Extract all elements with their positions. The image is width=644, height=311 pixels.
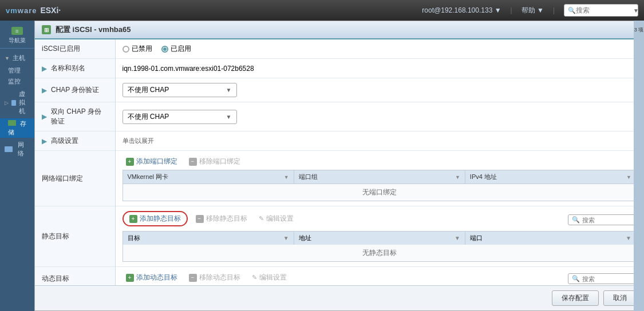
- remove-port-button[interactable]: − 移除端口绑定: [185, 156, 244, 168]
- static-targets-row: 静态目标 + 添加静态目标: [35, 206, 643, 267]
- save-config-button[interactable]: 保存配置: [552, 290, 599, 306]
- remove-port-label: 移除端口绑定: [199, 157, 240, 166]
- dialog-content[interactable]: iSCSI已启用 已禁用 已启用: [35, 39, 643, 285]
- advanced-arrow-icon[interactable]: ▶: [42, 137, 47, 145]
- remove-port-icon: −: [189, 158, 197, 166]
- vmkernel-col-label: VMkernel 网卡: [128, 173, 169, 181]
- header-search-input[interactable]: [576, 6, 633, 14]
- user-menu[interactable]: root@192.168.100.133 ▼: [422, 6, 501, 14]
- dynamic-targets-value-cell: + 添加动态目标 − 移除动态目标 ✎ 编辑设置: [115, 267, 643, 286]
- remove-dynamic-label: 移除动态目标: [199, 273, 240, 282]
- host-arrow-icon: ▼: [5, 55, 10, 61]
- bidi-chap-dropdown-arrow-icon: ▼: [226, 114, 232, 120]
- port-sort-icon: ▼: [626, 235, 631, 241]
- address-sort-icon: ▼: [455, 235, 460, 241]
- remove-dynamic-button[interactable]: − 移除动态目标: [185, 272, 244, 284]
- ipv4-col-label: IPv4 地址: [470, 173, 497, 181]
- network-binding-actions: + 添加端口绑定 − 移除端口绑定: [123, 156, 637, 168]
- bidi-chap-arrow-icon[interactable]: ▶: [42, 113, 47, 121]
- header-right: root@192.168.100.133 ▼ | 帮助 ▼ | 🔍 ▼: [422, 4, 638, 17]
- network-binding-row: 网络端口绑定 + 添加端口绑定 − 移除端口绑定: [35, 151, 643, 206]
- sidebar-item-manage[interactable]: 管理: [0, 65, 34, 76]
- network-label: 网络: [18, 141, 30, 158]
- add-dynamic-button[interactable]: + 添加动态目标: [123, 272, 181, 284]
- dialog-title-text: 配置 iSCSI - vmhba65: [56, 25, 131, 35]
- name-alias-value-cell: iqn.1998-01.com.vmware:esxi01-072b6528: [115, 59, 643, 78]
- help-menu[interactable]: 帮助 ▼: [521, 6, 544, 15]
- static-targets-value-cell: + 添加静态目标 − 移除静态目标 ✎: [115, 206, 643, 267]
- right-panel: 3 项: [634, 21, 644, 311]
- bidi-chap-select[interactable]: 不使用 CHAP ▼: [123, 110, 237, 124]
- chap-label-wrap: ▶ CHAP 身份验证: [42, 85, 108, 95]
- remove-static-icon: −: [196, 215, 204, 223]
- remove-static-button[interactable]: − 移除静态目标: [192, 213, 251, 225]
- dynamic-targets-label: 动态目标: [42, 274, 69, 282]
- static-search-box[interactable]: 🔍: [568, 214, 637, 225]
- sidebar-item-virtual[interactable]: ▷ 虚拟机: [0, 87, 34, 118]
- vm-text: vm: [6, 6, 18, 15]
- header-divider2: |: [553, 6, 555, 14]
- pencil-icon: ✎: [259, 215, 264, 222]
- name-alias-value: iqn.1998-01.com.vmware:esxi01-072b6528: [123, 65, 254, 73]
- sidebar: ≡ 导航菜单 导航菜 ▼ 主机 管理 监控 ▷ 虚拟机 存储: [0, 21, 34, 311]
- advanced-row: ▶ 高级设置 单击以展开: [35, 131, 643, 151]
- dynamic-search-input[interactable]: [582, 276, 628, 282]
- add-dynamic-label: 添加动态目标: [136, 273, 177, 282]
- header-left: vmware ESXi·: [6, 6, 61, 15]
- add-static-button[interactable]: + 添加静态目标: [126, 213, 184, 225]
- network-binding-label: 网络端口绑定: [42, 174, 83, 182]
- nav-button[interactable]: ≡ 导航菜单 导航菜: [0, 23, 34, 48]
- radio-disabled[interactable]: 已禁用: [123, 44, 152, 54]
- address-col-label: 地址: [299, 234, 311, 242]
- esxi-label: ESXi·: [40, 6, 61, 15]
- static-targets-actions: + 添加静态目标 − 移除静态目标 ✎: [123, 211, 297, 226]
- add-dynamic-icon: +: [126, 274, 134, 282]
- no-binding-row: 无端口绑定: [123, 184, 637, 201]
- radio-disabled-label: 已禁用: [132, 44, 152, 54]
- static-search-input[interactable]: [582, 217, 628, 224]
- sidebar-item-monitor[interactable]: 监控: [0, 76, 34, 87]
- virtual-icon: [11, 100, 16, 106]
- sidebar-item-host[interactable]: ▼ 主机: [0, 51, 34, 65]
- header-search-box[interactable]: 🔍 ▼: [564, 4, 638, 17]
- port-col-label: 端口: [470, 234, 483, 242]
- chap-arrow-icon[interactable]: ▶: [42, 86, 47, 94]
- pencil-dynamic-icon: ✎: [252, 274, 257, 281]
- bidi-chap-label-cell: ▶ 双向 CHAP 身份验证: [35, 102, 115, 131]
- iscsi-enabled-value-cell: 已禁用 已启用: [115, 39, 643, 59]
- radio-enabled[interactable]: 已启用: [161, 44, 191, 54]
- radio-disabled-circle: [123, 46, 129, 53]
- edit-dynamic-label: 编辑设置: [259, 273, 287, 282]
- vmkernel-sort-icon: ▼: [284, 174, 289, 180]
- header-divider: |: [511, 6, 512, 14]
- no-static-targets-row: 无静态目标: [123, 245, 637, 262]
- header: vmware ESXi· root@192.168.100.133 ▼ | 帮助…: [0, 0, 644, 21]
- edit-static-label: 编辑设置: [266, 214, 294, 224]
- remove-static-label: 移除静态目标: [206, 214, 247, 224]
- bidi-chap-value-cell: 不使用 CHAP ▼: [115, 102, 643, 131]
- ware-text: ware: [18, 6, 37, 15]
- dialog-title-bar: ⊞ 配置 iSCSI - vmhba65: [35, 21, 643, 39]
- sidebar-item-network[interactable]: 网络: [0, 138, 34, 161]
- chap-select[interactable]: 不使用 CHAP ▼: [123, 83, 237, 97]
- form-table: iSCSI已启用 已禁用 已启用: [35, 39, 643, 285]
- name-alias-label: 名称和别名: [51, 63, 85, 73]
- edit-static-button[interactable]: ✎ 编辑设置: [255, 213, 297, 225]
- manage-label: 管理: [8, 67, 21, 74]
- expand-arrow-icon[interactable]: ▶: [42, 65, 47, 73]
- monitor-label: 监控: [8, 78, 21, 85]
- name-alias-label-cell: ▶ 名称和别名: [35, 59, 115, 78]
- sidebar-items: ▼ 主机 管理 监控 ▷ 虚拟机 存储 网络: [0, 48, 34, 163]
- dynamic-search-box[interactable]: 🔍: [568, 273, 637, 284]
- sidebar-item-storage[interactable]: 存储: [0, 118, 34, 138]
- network-binding-table: VMkernel 网卡 ▼ 端口组 ▼ IPv4 地址: [123, 170, 637, 201]
- add-port-label: 添加端口绑定: [136, 157, 177, 166]
- add-port-button[interactable]: + 添加端口绑定: [123, 156, 181, 168]
- dialog-footer: 保存配置 取消: [35, 285, 643, 310]
- cancel-button[interactable]: 取消: [603, 290, 637, 306]
- static-targets-header: 目标 ▼ 地址 ▼ 端口 ▼: [123, 231, 637, 245]
- edit-dynamic-button[interactable]: ✎ 编辑设置: [248, 272, 290, 284]
- advanced-label-cell: ▶ 高级设置: [35, 131, 115, 151]
- dynamic-targets-actions: + 添加动态目标 − 移除动态目标 ✎ 编辑设置: [123, 272, 290, 284]
- network-icon: [5, 146, 13, 152]
